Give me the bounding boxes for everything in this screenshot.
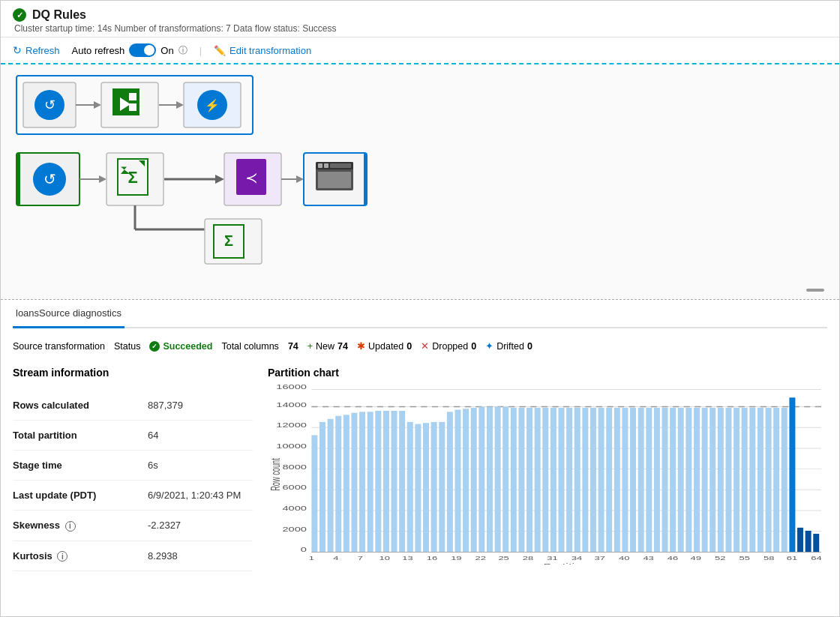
chart-bars (311, 397, 819, 552)
dropped-metric: ✕ Dropped 0 (421, 340, 476, 352)
svg-rect-85 (447, 412, 453, 552)
svg-rect-77 (383, 411, 389, 552)
refresh-button[interactable]: ↻ Refresh (13, 44, 60, 56)
svg-text:0: 0 (301, 547, 308, 554)
svg-rect-110 (646, 408, 652, 553)
svg-text:16: 16 (427, 555, 438, 561)
stage-time-label: Stage time (13, 460, 148, 471)
svg-rect-109 (638, 408, 644, 553)
kurtosis-label: Kurtosis i (13, 550, 148, 562)
header: ✓ DQ Rules Cluster startup time: 14s Num… (1, 1, 839, 37)
svg-text:Σ: Σ (128, 168, 137, 187)
skewness-row: Skewness i -2.2327 (13, 511, 253, 541)
stream-info: Stream information Rows calculated 887,3… (13, 367, 253, 571)
edit-transformation-button[interactable]: ✏️ Edit transformation (214, 45, 311, 56)
svg-rect-127 (782, 408, 788, 553)
updated-value: 0 (406, 341, 412, 352)
svg-rect-72 (344, 415, 350, 552)
svg-rect-79 (399, 411, 405, 552)
refresh-icon: ↻ (13, 44, 22, 56)
svg-rect-88 (471, 408, 477, 553)
svg-marker-21 (99, 175, 106, 183)
svg-text:10: 10 (379, 555, 390, 561)
stage-time-value: 6s (148, 460, 158, 471)
diagnostics-panel: loansSource diagnostics Source transform… (1, 300, 839, 616)
svg-rect-78 (392, 411, 398, 552)
edit-icon: ✏️ (214, 45, 226, 56)
svg-rect-104 (598, 408, 604, 553)
last-update-row: Last update (PDT) 6/9/2021, 1:20:43 PM (13, 481, 253, 511)
svg-rect-106 (614, 408, 620, 553)
auto-refresh-label: Auto refresh (72, 45, 125, 56)
svg-rect-71 (335, 416, 341, 553)
svg-rect-101 (574, 408, 580, 553)
svg-rect-93 (511, 408, 517, 553)
svg-rect-70 (328, 419, 334, 553)
tab-loans-source[interactable]: loansSource diagnostics (13, 300, 124, 328)
svg-rect-129 (797, 528, 803, 553)
stage-time-row: Stage time 6s (13, 451, 253, 481)
svg-rect-120 (725, 408, 731, 553)
svg-text:≺: ≺ (245, 169, 258, 186)
svg-rect-123 (749, 408, 755, 553)
rows-calculated-row: Rows calculated 887,379 (13, 391, 253, 421)
svg-marker-5 (94, 101, 101, 109)
svg-text:19: 19 (451, 555, 462, 561)
svg-text:25: 25 (498, 555, 509, 561)
total-columns-value: 74 (288, 341, 298, 352)
svg-rect-17 (16, 153, 20, 205)
svg-rect-103 (590, 408, 596, 553)
flow-canvas: ↺ ⚡ ↺ (1, 64, 839, 300)
svg-text:40: 40 (619, 555, 630, 561)
svg-rect-86 (454, 410, 460, 553)
svg-rect-121 (734, 408, 740, 553)
skewness-info-icon: i (65, 521, 76, 532)
svg-rect-114 (678, 408, 684, 553)
svg-text:61: 61 (787, 555, 798, 561)
status-dot: ✓ (149, 341, 160, 352)
svg-text:14000: 14000 (276, 401, 307, 409)
toggle-switch[interactable] (129, 43, 156, 57)
toolbar-divider: | (200, 45, 202, 56)
svg-text:↺: ↺ (44, 97, 56, 112)
svg-rect-122 (742, 408, 748, 553)
header-subtitle: Cluster startup time: 14s Number of tran… (13, 23, 827, 34)
drifted-icon: ✦ (485, 340, 494, 352)
resize-handle[interactable] (806, 289, 824, 292)
svg-text:↺: ↺ (44, 171, 56, 187)
svg-text:4: 4 (333, 555, 338, 561)
svg-rect-128 (789, 397, 795, 552)
updated-icon: ✱ (357, 340, 365, 352)
svg-rect-35 (364, 153, 367, 205)
svg-rect-119 (718, 408, 724, 553)
updated-metric: ✱ Updated 0 (357, 340, 412, 352)
svg-rect-73 (351, 413, 357, 553)
svg-rect-38 (318, 163, 322, 168)
svg-text:4000: 4000 (282, 505, 307, 512)
svg-rect-125 (766, 408, 772, 553)
dropped-value: 0 (471, 341, 476, 352)
svg-text:46: 46 (668, 555, 679, 561)
svg-rect-95 (526, 408, 532, 553)
svg-rect-39 (324, 163, 328, 168)
svg-rect-107 (622, 408, 628, 553)
new-value: 74 (338, 341, 348, 352)
svg-rect-75 (368, 412, 374, 552)
total-partition-label: Total partition (13, 430, 148, 441)
svg-rect-94 (518, 408, 524, 553)
auto-refresh-on-label: On (160, 45, 173, 56)
diagnostics-tab-bar: loansSource diagnostics (13, 300, 827, 328)
rows-calculated-label: Rows calculated (13, 400, 148, 411)
svg-marker-12 (176, 101, 184, 109)
svg-rect-9 (129, 93, 136, 100)
diagnostics-info-row: Source transformation Status ✓ Succeeded… (13, 340, 827, 352)
svg-text:52: 52 (715, 555, 726, 561)
svg-text:64: 64 (811, 555, 822, 561)
chart-area: Row count 0 2000 4000 6000 8000 10000 12… (268, 385, 827, 565)
svg-rect-115 (686, 408, 692, 553)
svg-rect-96 (535, 408, 541, 553)
svg-rect-82 (423, 423, 429, 552)
chart-svg: Row count 0 2000 4000 6000 8000 10000 12… (268, 385, 827, 565)
svg-rect-111 (654, 408, 660, 553)
svg-rect-92 (502, 407, 508, 553)
